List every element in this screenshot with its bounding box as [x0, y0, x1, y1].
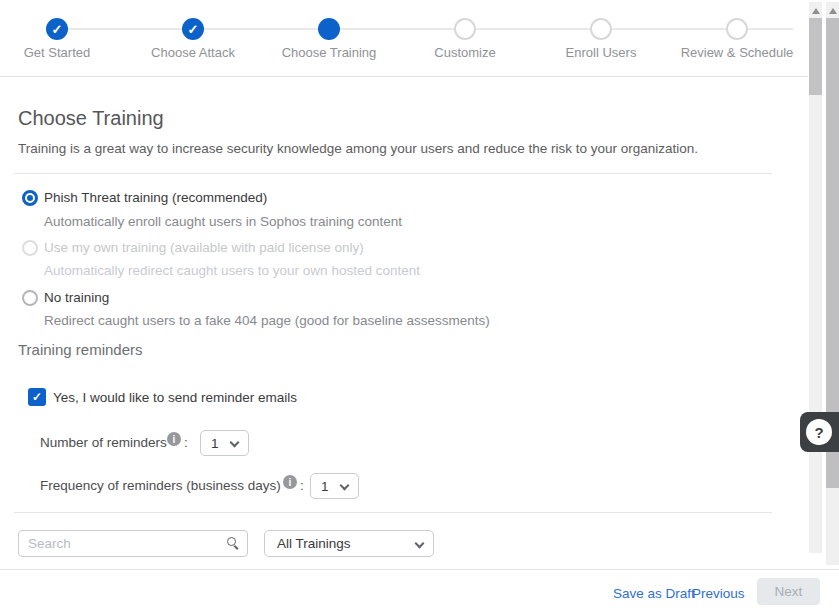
outer-scrollbar[interactable] [826, 2, 839, 565]
step-label: Review & Schedule [669, 45, 805, 60]
search-icon[interactable] [227, 537, 236, 546]
reminder-emails-label[interactable]: Yes, I would like to send reminder email… [53, 390, 297, 405]
number-of-reminders-select[interactable]: 1 [200, 430, 249, 456]
step-customize: Customize [397, 0, 533, 60]
option-description: Redirect caught users to a fake 404 page… [44, 313, 490, 328]
training-filter-select[interactable]: All Trainings [264, 530, 434, 557]
step-active-icon [318, 18, 340, 40]
label-separator: : [300, 478, 304, 493]
save-as-draft-link[interactable]: Save as Draft [613, 586, 695, 601]
phish-threat-wizard: ✓ Get Started ✓ Choose Attack Choose Tra… [0, 0, 839, 608]
step-label: Enroll Users [533, 45, 669, 60]
scrollbar-thumb[interactable] [809, 18, 822, 95]
divider [14, 512, 772, 513]
step-choose-training[interactable]: Choose Training [261, 0, 397, 60]
radio-own-training [22, 240, 38, 256]
step-completed-icon: ✓ [182, 18, 204, 40]
chevron-down-icon [415, 539, 425, 549]
step-upcoming-icon [726, 18, 748, 40]
check-icon: ✓ [52, 23, 63, 36]
radio-phish-threat-training[interactable] [22, 190, 38, 206]
radio-no-training[interactable] [22, 290, 38, 306]
info-icon[interactable]: i [167, 432, 181, 446]
page-title: Choose Training [18, 107, 164, 130]
step-label: Get Started [0, 45, 125, 60]
step-label: Choose Training [261, 45, 397, 60]
selected-value: 1 [321, 479, 329, 494]
question-mark-icon: ? [806, 419, 832, 445]
step-review-schedule: Review & Schedule [669, 0, 805, 60]
chevron-down-icon [230, 438, 240, 448]
help-button[interactable]: ? [800, 412, 839, 452]
training-search [18, 530, 248, 557]
option-description: Automatically enroll caught users in Sop… [44, 214, 402, 229]
frequency-of-reminders-select[interactable]: 1 [310, 473, 359, 499]
inner-scrollbar[interactable] [809, 2, 822, 553]
check-icon: ✓ [32, 391, 42, 403]
search-input[interactable] [28, 531, 218, 556]
frequency-of-reminders-label: Frequency of reminders (business days) [40, 478, 281, 493]
reminder-emails-checkbox[interactable]: ✓ [28, 388, 46, 406]
option-label[interactable]: Phish Threat training (recommended) [44, 190, 267, 205]
scroll-up-icon[interactable] [812, 8, 820, 14]
step-completed-icon: ✓ [46, 18, 68, 40]
previous-link[interactable]: Previous [692, 586, 745, 601]
step-label: Choose Attack [125, 45, 261, 60]
option-label: Use my own training (available with paid… [44, 240, 364, 255]
step-upcoming-icon [454, 18, 476, 40]
number-of-reminders-label: Number of reminders [40, 435, 167, 450]
step-enroll-users: Enroll Users [533, 0, 669, 60]
label-separator: : [184, 435, 188, 450]
step-get-started[interactable]: ✓ Get Started [0, 0, 125, 60]
step-choose-attack[interactable]: ✓ Choose Attack [125, 0, 261, 60]
page-intro: Training is a great way to increase secu… [18, 141, 698, 156]
radio-selected-dot [27, 195, 33, 201]
next-button[interactable]: Next [757, 578, 820, 605]
selected-value: All Trainings [277, 536, 351, 551]
wizard-stepper: ✓ Get Started ✓ Choose Attack Choose Tra… [0, 0, 808, 77]
option-label[interactable]: No training [44, 290, 109, 305]
option-description: Automatically redirect caught users to y… [44, 263, 420, 278]
training-reminders-title: Training reminders [18, 341, 143, 358]
divider [14, 173, 772, 174]
check-icon: ✓ [188, 23, 199, 36]
selected-value: 1 [211, 436, 219, 451]
wizard-footer: Save as Draft Previous Next [0, 569, 839, 608]
info-icon[interactable]: i [283, 475, 297, 489]
chevron-down-icon [340, 481, 350, 491]
scroll-up-icon[interactable] [829, 8, 837, 14]
step-label: Customize [397, 45, 533, 60]
step-upcoming-icon [590, 18, 612, 40]
